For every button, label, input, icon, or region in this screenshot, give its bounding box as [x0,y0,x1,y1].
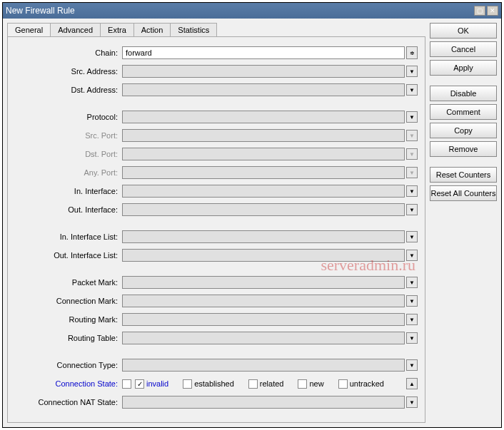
routing-mark-label: Routing Mark: [8,315,122,324]
protocol-label: Protocol: [8,113,122,121]
in-interface-expand-icon[interactable]: ▼ [406,185,418,197]
chain-dropdown-icon[interactable]: ≑ [406,46,418,59]
established-label: established [194,379,234,388]
tab-advanced[interactable]: Advanced [50,23,101,36]
out-interface-list-expand-icon[interactable]: ▼ [406,250,418,261]
reset-counters-button[interactable]: Reset Counters [430,167,497,183]
routing-table-row: Routing Table: ▼ [8,329,418,347]
connection-nat-state-expand-icon[interactable]: ▼ [406,396,418,408]
in-interface-list-label: In. Interface List: [8,232,122,241]
out-interface-row: Out. Interface: ▼ [8,201,418,218]
src-address-expand-icon[interactable]: ▼ [406,66,418,77]
close-icon[interactable]: ✕ [487,6,498,16]
out-interface-list-label: Out. Interface List: [8,251,122,260]
src-address-input[interactable] [122,65,405,78]
left-panel: General Advanced Extra Action Statistics… [7,23,425,423]
connection-mark-row: Connection Mark: ▼ [8,292,418,309]
protocol-expand-icon[interactable]: ▼ [406,111,418,123]
connection-state-collapse-icon[interactable]: ▲ [406,378,418,389]
remove-button[interactable]: Remove [430,141,497,157]
established-checkbox[interactable] [183,379,192,389]
packet-mark-input[interactable] [122,276,405,289]
titlebar: New Firewall Rule ▢ ✕ [3,3,501,19]
button-panel: OK Cancel Apply Disable Comment Copy Rem… [430,23,497,423]
connection-type-expand-icon[interactable]: ▼ [406,359,418,371]
tab-content: Chain: ≑ Src. Address: ▼ Dst. Address: ▼… [7,36,425,423]
in-interface-input[interactable] [122,185,405,198]
routing-mark-input[interactable] [122,313,405,326]
out-interface-expand-icon[interactable]: ▼ [406,204,418,215]
in-interface-list-expand-icon[interactable]: ▼ [406,231,418,242]
tab-action[interactable]: Action [133,23,171,36]
any-port-expand-icon: ▼ [406,167,418,178]
out-interface-list-row: Out. Interface List: ▼ [8,247,418,264]
reset-all-counters-button[interactable]: Reset All Counters [430,185,497,201]
tab-general[interactable]: General [7,23,51,36]
in-interface-list-row: In. Interface List: ▼ [8,228,418,245]
dst-port-row: Dst. Port: ▼ [8,145,418,163]
connection-mark-input[interactable] [122,295,405,307]
in-interface-list-input[interactable] [122,230,405,243]
protocol-input[interactable] [122,111,405,123]
routing-mark-expand-icon[interactable]: ▼ [406,314,418,325]
chain-row: Chain: ≑ [8,44,418,61]
connection-state-label: Connection State: [8,379,122,388]
src-address-label: Src. Address: [8,67,122,76]
connection-mark-expand-icon[interactable]: ▼ [406,295,418,307]
tabs: General Advanced Extra Action Statistics [7,23,425,36]
connection-nat-state-input[interactable] [122,396,405,409]
in-interface-label: In. Interface: [8,187,122,195]
connection-nat-state-label: Connection NAT State: [8,398,122,406]
window-body: General Advanced Extra Action Statistics… [3,19,501,427]
any-port-input [122,166,405,179]
connection-state-row: Connection State: invalid established re… [8,375,418,392]
in-interface-row: In. Interface: ▼ [8,183,418,200]
minimize-icon[interactable]: ▢ [474,6,485,16]
dst-address-label: Dst. Address: [8,86,122,94]
out-interface-input[interactable] [122,203,405,216]
chain-label: Chain: [8,48,122,57]
related-checkbox[interactable] [248,379,258,389]
tab-extra[interactable]: Extra [100,23,134,36]
out-interface-list-input[interactable] [122,249,405,262]
connection-mark-label: Connection Mark: [8,297,122,305]
untracked-checkbox[interactable] [338,379,348,389]
src-port-row: Src. Port: ▼ [8,127,418,144]
ok-button[interactable]: OK [430,23,497,39]
tab-statistics[interactable]: Statistics [170,23,217,36]
connection-nat-state-row: Connection NAT State: ▼ [8,394,418,411]
invalid-label: invalid [146,379,168,388]
chain-input[interactable] [122,46,405,59]
dst-address-expand-icon[interactable]: ▼ [406,84,418,96]
src-port-input [122,129,405,142]
title-buttons: ▢ ✕ [474,6,498,16]
not-checkbox[interactable] [122,379,131,389]
connection-type-input[interactable] [122,359,405,372]
routing-table-expand-icon[interactable]: ▼ [406,332,418,344]
any-port-row: Any. Port: ▼ [8,164,418,181]
comment-button[interactable]: Comment [430,104,497,120]
cancel-button[interactable]: Cancel [430,41,497,57]
packet-mark-row: Packet Mark: ▼ [8,274,418,291]
src-address-row: Src. Address: ▼ [8,63,418,80]
out-interface-label: Out. Interface: [8,205,122,214]
routing-table-input[interactable] [122,332,405,344]
src-port-expand-icon: ▼ [406,130,418,141]
connection-type-row: Connection Type: ▼ [8,357,418,374]
packet-mark-expand-icon[interactable]: ▼ [406,277,418,288]
src-port-label: Src. Port: [8,131,122,140]
copy-button[interactable]: Copy [430,123,497,138]
invalid-checkbox[interactable] [135,379,144,389]
apply-button[interactable]: Apply [430,60,497,76]
dst-address-input[interactable] [122,83,405,96]
connection-type-label: Connection Type: [8,361,122,369]
dst-port-input [122,148,405,160]
window-title: New Firewall Rule [6,6,75,16]
untracked-label: untracked [350,379,384,388]
new-checkbox[interactable] [298,379,307,389]
related-label: related [260,379,284,388]
disable-button[interactable]: Disable [430,86,497,101]
dst-port-expand-icon: ▼ [406,148,418,160]
routing-table-label: Routing Table: [8,334,122,342]
any-port-label: Any. Port: [8,168,122,177]
